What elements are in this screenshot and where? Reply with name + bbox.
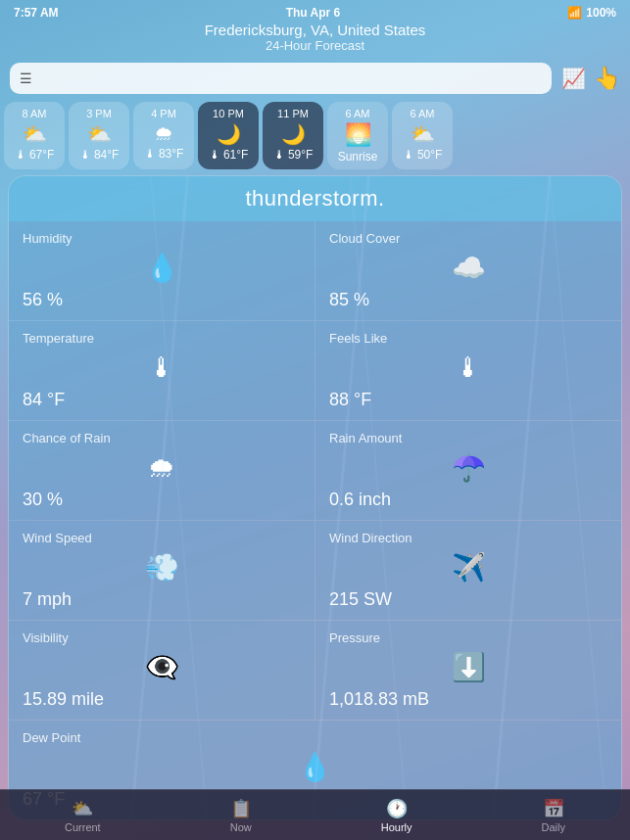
hour-cell[interactable]: 10 PM 🌙 🌡 61°F	[198, 102, 259, 169]
stat-label-visibility: Visibility	[23, 630, 301, 645]
stat-label-feels-like: Feels Like	[329, 331, 607, 346]
nav-icon-current: ⛅	[72, 798, 93, 819]
stat-cell-chance-of-rain: Chance of Rain 🌧 30 %	[9, 421, 315, 520]
stat-icon-pressure: ⬇️	[452, 651, 486, 683]
nav-label-now: Now	[230, 821, 252, 833]
stat-label-rain-amount: Rain Amount	[329, 431, 607, 445]
stats-grid: Humidity 💧 56 % Cloud Cover ☁️ 85 % Temp…	[9, 221, 621, 819]
stat-value-cloud-cover: 85 %	[329, 290, 607, 310]
search-row: ☰ 📈 👆	[0, 57, 630, 100]
nav-item-daily[interactable]: 📅 Daily	[542, 798, 565, 833]
bottom-nav: ⛅ Current 📋 Now 🕐 Hourly 📅 Daily	[0, 789, 630, 840]
stat-value-pressure: 1,018.83 mB	[329, 689, 607, 710]
stat-icon-rain-amount: ☂️	[452, 451, 486, 484]
nav-label-hourly: Hourly	[381, 821, 412, 833]
stat-cell-rain-amount: Rain Amount ☂️ 0.6 inch	[315, 421, 621, 520]
stat-icon-visibility: 👁️‍🗨️	[145, 651, 179, 683]
wifi-icon: 📶	[567, 6, 582, 20]
hour-label: 6 AM	[410, 108, 434, 119]
stat-value-feels-like: 88 °F	[329, 390, 607, 410]
battery-level: 100%	[586, 6, 616, 20]
status-right: 📶 100%	[567, 6, 616, 20]
nav-icon-daily: 📅	[543, 798, 564, 819]
stat-value-chance-of-rain: 30 %	[23, 490, 301, 510]
stat-icon-chance-of-rain: 🌧	[148, 451, 175, 484]
hour-temp: 🌡 84°F	[79, 148, 120, 162]
hour-cell[interactable]: 6 AM 🌅 Sunrise	[327, 102, 388, 169]
stat-icon-temperature: 🌡	[148, 351, 175, 384]
nav-item-now[interactable]: 📋 Now	[230, 798, 252, 833]
stat-label-wind-speed: Wind Speed	[23, 531, 301, 545]
header: Fredericksburg, VA, United States 24-Hou…	[0, 22, 630, 57]
cursor-icon: 👆	[594, 66, 620, 91]
hour-temp: 🌡 83°F	[144, 147, 184, 161]
hour-icon: 🌙	[281, 122, 306, 146]
hour-temp: 🌡 59°F	[273, 148, 314, 162]
stat-icon-cloud-cover: ☁️	[452, 252, 486, 284]
hour-cell[interactable]: 4 PM 🌧 🌡 83°F	[133, 102, 194, 169]
status-time: 7:57 AM	[14, 6, 59, 20]
stat-cell-wind-direction: Wind Direction ✈️ 215 SW	[315, 521, 621, 620]
hour-temp: 🌡 67°F	[15, 148, 55, 162]
status-bar: 7:57 AM Thu Apr 6 📶 100%	[0, 0, 630, 22]
stat-value-wind-direction: 215 SW	[329, 589, 607, 610]
nav-icon-now: 📋	[230, 798, 252, 819]
stat-cell-cloud-cover: Cloud Cover ☁️ 85 %	[315, 221, 621, 320]
weather-condition-title: thunderstorm.	[9, 176, 621, 221]
stat-cell-temperature: Temperature 🌡 84 °F	[9, 321, 315, 420]
stat-icon-wind-speed: 💨	[145, 551, 179, 583]
detail-card: thunderstorm. Humidity 💧 56 % Cloud Cove…	[8, 175, 622, 820]
hourly-scroll-row[interactable]: 8 AM ⛅ 🌡 67°F 3 PM ⛅ 🌡 84°F 4 PM 🌧 🌡 83°…	[0, 100, 630, 171]
stat-value-visibility: 15.89 mile	[23, 689, 301, 710]
hour-icon: ⛅	[411, 122, 435, 146]
search-bar[interactable]: ☰	[10, 63, 552, 94]
hour-label: 8 AM	[22, 108, 46, 119]
stat-label-temperature: Temperature	[23, 331, 301, 346]
stat-cell-visibility: Visibility 👁️‍🗨️ 15.89 mile	[9, 621, 315, 720]
location-text: Fredericksburg, VA, United States	[0, 22, 630, 38]
hour-temp: Sunrise	[338, 150, 378, 163]
nav-item-current[interactable]: ⛅ Current	[65, 798, 101, 833]
hour-cell[interactable]: 11 PM 🌙 🌡 59°F	[263, 102, 323, 169]
stat-label-pressure: Pressure	[329, 630, 607, 645]
hour-temp: 🌡 50°F	[403, 148, 443, 162]
stat-icon-wind-direction: ✈️	[452, 551, 486, 583]
hour-label: 4 PM	[151, 108, 176, 119]
stat-cell-humidity: Humidity 💧 56 %	[9, 221, 315, 320]
hour-label: 3 PM	[86, 108, 112, 119]
hour-label: 10 PM	[213, 108, 244, 119]
status-day: Thu Apr 6	[286, 6, 341, 20]
hour-icon: ⛅	[87, 122, 112, 146]
stat-value-temperature: 84 °F	[23, 390, 301, 410]
nav-icon-hourly: 🕐	[386, 798, 408, 819]
stat-value-rain-amount: 0.6 inch	[329, 490, 607, 510]
stat-icon-humidity: 💧	[145, 252, 179, 284]
hour-icon: ⛅	[23, 122, 47, 146]
stat-label-cloud-cover: Cloud Cover	[329, 231, 607, 246]
hour-icon: 🌧	[154, 122, 173, 145]
stat-icon-dew-point: 💧	[298, 751, 332, 783]
nav-label-daily: Daily	[542, 821, 565, 833]
chart-icon[interactable]: 📈	[561, 67, 586, 90]
stat-label-wind-direction: Wind Direction	[329, 531, 607, 545]
stat-label-humidity: Humidity	[23, 231, 301, 246]
stat-icon-feels-like: 🌡	[455, 351, 482, 384]
stat-cell-feels-like: Feels Like 🌡 88 °F	[315, 321, 621, 420]
stat-label-dew-point: Dew Point	[23, 730, 607, 745]
hour-cell[interactable]: 3 PM ⛅ 🌡 84°F	[69, 102, 129, 169]
hour-cell[interactable]: 8 AM ⛅ 🌡 67°F	[4, 102, 65, 169]
hour-icon: 🌙	[217, 122, 241, 146]
hour-cell[interactable]: 6 AM ⛅ 🌡 50°F	[392, 102, 453, 169]
nav-label-current: Current	[65, 821, 101, 833]
hour-temp: 🌡 61°F	[209, 148, 249, 162]
hour-label: 6 AM	[345, 108, 369, 119]
hour-label: 11 PM	[277, 108, 309, 119]
stat-label-chance-of-rain: Chance of Rain	[23, 431, 301, 445]
list-icon: ☰	[20, 70, 32, 86]
stat-cell-pressure: Pressure ⬇️ 1,018.83 mB	[315, 621, 621, 720]
stat-value-humidity: 56 %	[23, 290, 301, 310]
forecast-subtitle: 24-Hour Forecast	[0, 38, 630, 53]
stat-cell-wind-speed: Wind Speed 💨 7 mph	[9, 521, 315, 620]
nav-item-hourly[interactable]: 🕐 Hourly	[381, 798, 412, 833]
stat-value-wind-speed: 7 mph	[23, 589, 301, 610]
